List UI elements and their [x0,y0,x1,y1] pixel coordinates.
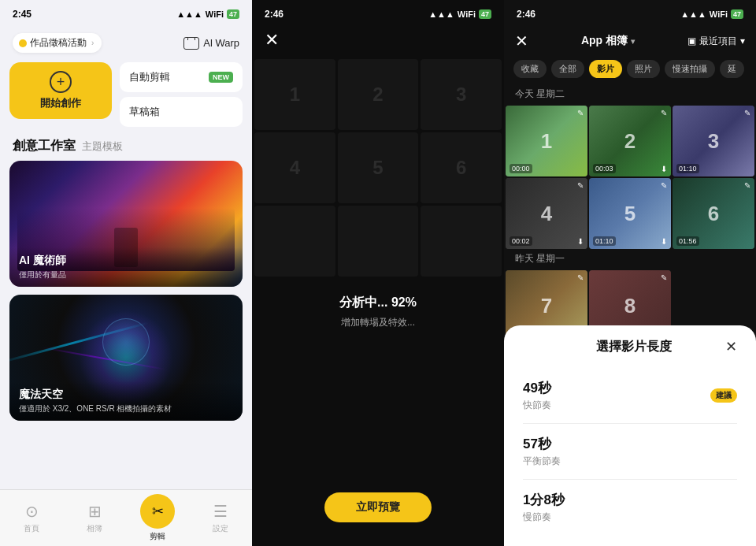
wifi-icon-3: WiFi [710,9,728,19]
template-card-1-overlay: AI 魔術師 僅用於有量品 [9,247,243,287]
filter-tab-video[interactable]: 影片 [589,60,622,78]
grid-icon: ▣ [687,35,696,46]
nav-home-label: 首頁 [24,523,39,534]
auto-edit-card[interactable]: 自動剪輯 NEW [120,62,243,92]
start-create-button[interactable]: + 開始創作 [9,62,112,119]
chevron-right-icon: › [91,39,94,47]
grid-cell-4: 4 [254,132,335,203]
template-card-2-subtitle: 僅適用於 X3/2、ONE RS/R 相機拍攝的素材 [19,403,233,414]
nav-create-label: 剪輯 [150,531,165,542]
loading-overlay: 分析中... 92% 增加轉場及特效... [252,279,504,345]
nav-settings-label: 設定 [213,523,228,534]
dark-grid: 1 2 3 4 5 6 [252,57,504,279]
duration-3: 01:10 [676,164,699,173]
date-label-today: 今天 星期二 [504,84,756,106]
time-1: 2:45 [13,9,32,20]
video-thumb-1[interactable]: 1 ✎ 00:00 [506,106,587,176]
grid-cell-7 [254,206,335,277]
status-bar-1: 2:45 ▲▲▲ WiFi 47 [0,0,252,27]
modal-option-57s[interactable]: 57秒 平衡節奏 [523,424,737,480]
nav-gallery[interactable]: ⊞ 相簿 [63,502,126,534]
status-bar-2: 2:46 ▲▲▲ WiFi 47 [252,0,504,27]
grid-cell-9 [421,206,502,277]
duration-modal: 選擇影片長度 ✕ 49秒 快節奏 建議 57秒 平衡節奏 1分8秒 慢節奏 [504,325,756,546]
plus-icon: + [50,71,72,93]
duration-1: 00:00 [510,164,532,173]
modal-option-49s[interactable]: 49秒 快節奏 建議 [523,368,737,424]
action-row: + 開始創作 自動剪輯 NEW 草稿箱 [0,58,252,133]
template-card-1-title: AI 魔術師 [19,254,233,268]
album-chevron-icon: ▾ [631,37,635,46]
download-icon-2: ⬇ [661,165,667,173]
edit-icon-2: ✎ [661,109,667,117]
edit-icon-4: ✎ [577,181,584,190]
create-center-button[interactable]: ✂ [140,494,175,529]
video-grid-today-1: 1 ✎ 00:00 2 ✎ 00:03 ⬇ 3 ✎ 01:10 [504,106,756,176]
recent-group[interactable]: ▣ 最近項目 ▾ [687,35,745,48]
modal-close-button[interactable]: ✕ [725,338,737,355]
video-thumb-5[interactable]: 5 ✎ 01:10 ⬇ [589,178,671,249]
video-thumb-4[interactable]: 4 ✎ 00:02 ⬇ [506,178,587,249]
grid-cell-1: 1 [254,59,335,130]
status-bar-3: 2:46 ▲▲▲ WiFi 47 [504,0,756,27]
filter-tab-favorites[interactable]: 收藏 [513,60,547,78]
section-main-label: 創意工作室 [13,138,76,154]
recommended-badge: 建議 [710,388,737,403]
right-actions: 自動剪輯 NEW 草稿箱 [120,62,243,127]
modal-header: 選擇影片長度 ✕ [523,338,737,355]
phone1: 2:45 ▲▲▲ WiFi 47 作品徵稿活動 › Al Warp + 開始創作… [0,0,252,546]
battery-2: 47 [479,9,491,19]
loading-text-sub: 增加轉場及特效... [341,316,415,329]
header-row-1: 作品徵稿活動 › Al Warp [0,27,252,58]
time-2: 2:46 [265,9,284,20]
edit-icon-7: ✎ [577,273,584,282]
filter-tab-photo[interactable]: 照片 [627,60,660,78]
option-time-57s: 57秒 [523,435,561,453]
recent-chevron-icon: ▾ [740,35,745,46]
nav-home[interactable]: ⊙ 首頁 [0,502,63,534]
duration-6: 01:56 [676,236,699,246]
album-title-group[interactable]: App 相簿 ▾ [581,34,635,48]
draft-box-card[interactable]: 草稿箱 [120,97,243,127]
filter-tab-timelapse[interactable]: 延 [720,60,744,78]
template-cards: AI 魔術師 僅用於有量品 魔法天空 僅適用於 X3/2、ONE RS/R 相機… [0,161,252,421]
option-desc-1m8s: 慢節奏 [523,511,565,524]
ai-warp-label: Al Warp [203,37,239,49]
modal-option-1m8s[interactable]: 1分8秒 慢節奏 [523,480,737,535]
filter-tab-slow[interactable]: 慢速拍攝 [665,60,715,78]
nav-settings[interactable]: ☰ 設定 [189,502,252,534]
template-card-1[interactable]: AI 魔術師 僅用於有量品 [9,161,243,287]
nav-gallery-label: 相簿 [87,523,102,534]
video-thumb-3[interactable]: 3 ✎ 01:10 [673,106,754,176]
template-card-2[interactable]: 魔法天空 僅適用於 X3/2、ONE RS/R 相機拍攝的素材 [9,295,243,421]
edit-icon-5: ✎ [661,181,667,190]
template-card-2-overlay: 魔法天空 僅適用於 X3/2、ONE RS/R 相機拍攝的素材 [9,381,243,421]
close-button-3[interactable]: ✕ [515,32,528,50]
new-badge: NEW [209,72,233,83]
phone2-header: ✕ [252,27,504,57]
duration-2: 00:03 [593,164,616,173]
filter-tabs: 收藏 全部 影片 照片 慢速拍攝 延 [504,57,756,84]
time-3: 2:46 [517,9,536,20]
video-thumb-2[interactable]: 2 ✎ 00:03 ⬇ [589,106,671,176]
duration-4: 00:02 [510,236,532,246]
ai-warp-button[interactable]: Al Warp [183,37,239,50]
close-button-2[interactable]: ✕ [252,30,291,50]
nav-create[interactable]: ✂ 剪輯 [126,494,189,542]
phone2: 2:46 ▲▲▲ WiFi 47 ✕ 1 2 3 4 5 6 分析中... 92… [252,0,504,546]
video-thumb-6[interactable]: 6 ✎ 01:56 [673,178,754,249]
phone3-header: ✕ App 相簿 ▾ ▣ 最近項目 ▾ [504,27,756,57]
ai-warp-icon [183,37,199,50]
option-time-1m8s: 1分8秒 [523,491,565,509]
template-card-1-subtitle: 僅用於有量品 [19,269,233,280]
grid-cell-5: 5 [338,132,419,203]
status-icons-1: ▲▲▲ WiFi 47 [176,9,239,19]
status-icons-2: ▲▲▲ WiFi 47 [428,9,491,19]
preview-button[interactable]: 立即預覽 [324,492,432,522]
filter-tab-all[interactable]: 全部 [551,60,584,78]
promo-badge[interactable]: 作品徵稿活動 › [13,33,102,53]
download-icon-5: ⬇ [661,237,667,246]
option-desc-57s: 平衡節奏 [523,455,561,468]
edit-icon-6: ✎ [744,181,750,190]
wifi-icon-2: WiFi [458,9,476,19]
